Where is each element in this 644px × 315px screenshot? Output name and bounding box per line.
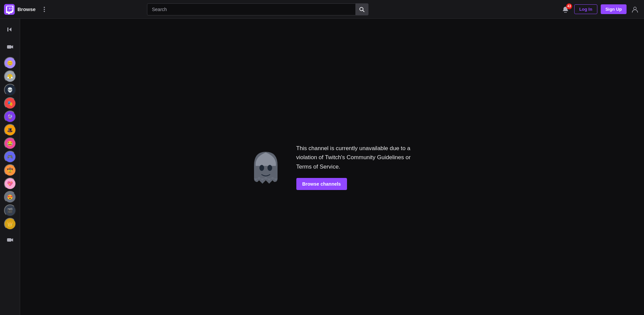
sidebar-avatar-12[interactable]: 🎬: [4, 204, 16, 216]
nav-logo[interactable]: Browse: [4, 4, 36, 15]
svg-line-7: [363, 10, 364, 12]
notifications-button[interactable]: 43: [560, 4, 571, 15]
svg-point-13: [267, 165, 272, 171]
svg-point-4: [44, 9, 45, 10]
following-rec-button[interactable]: [3, 40, 17, 54]
sidebar-avatar-5[interactable]: 🔮: [4, 111, 16, 123]
top-nav: Browse 43 Log In Sign Up: [0, 0, 644, 19]
more-dots-icon: [41, 6, 48, 13]
search-icon: [359, 7, 364, 12]
video-camera-icon: [7, 44, 13, 50]
sidebar-video-button-bottom[interactable]: [3, 233, 17, 247]
main-content: This channel is currently unavailable du…: [20, 19, 644, 315]
sidebar-collapse-button[interactable]: [3, 22, 17, 37]
sidebar-avatar-9[interactable]: 🤠: [4, 164, 16, 176]
sidebar-avatar-3[interactable]: 💀: [4, 84, 16, 96]
main-layout: 😊😤💀🎭🔮🎩😂🎮🤠💖😍🎬👑: [0, 19, 644, 315]
sidebar: 😊😤💀🎭🔮🎩😂🎮🤠💖😍🎬👑: [0, 19, 20, 315]
search-form: [147, 3, 368, 15]
sidebar-avatar-13[interactable]: 👑: [4, 218, 16, 230]
sidebar-avatar-2[interactable]: 😤: [4, 70, 16, 82]
error-text-column: This channel is currently unavailable du…: [296, 144, 417, 190]
video-icon-bottom: [7, 237, 13, 243]
twitch-logo-icon: [4, 4, 15, 15]
collapse-icon: [7, 26, 13, 33]
svg-rect-9: [7, 27, 8, 32]
svg-rect-10: [7, 45, 11, 49]
login-button[interactable]: Log In: [574, 4, 597, 14]
search-button[interactable]: [356, 3, 368, 15]
svg-point-3: [44, 7, 45, 8]
svg-point-8: [634, 7, 636, 10]
user-icon: [631, 6, 639, 13]
svg-rect-1: [11, 8, 11, 9]
sidebar-avatars-list: 😊😤💀🎭🔮🎩😂🎮🤠💖😍🎬👑: [4, 56, 16, 231]
sidebar-avatar-11[interactable]: 😍: [4, 191, 16, 203]
error-message: This channel is currently unavailable du…: [296, 144, 417, 171]
banned-ghost-icon: [247, 145, 284, 189]
notification-badge: 43: [566, 3, 572, 9]
more-menu-button[interactable]: [40, 5, 49, 14]
user-menu-button[interactable]: [630, 4, 640, 14]
browse-label[interactable]: Browse: [17, 6, 36, 12]
signup-button[interactable]: Sign Up: [601, 4, 627, 14]
browse-channels-button[interactable]: Browse channels: [296, 178, 347, 190]
sidebar-avatar-8[interactable]: 🎮: [4, 151, 16, 163]
sidebar-avatar-4[interactable]: 🎭: [4, 97, 16, 109]
nav-right: 43 Log In Sign Up: [560, 4, 640, 15]
error-container: This channel is currently unavailable du…: [247, 144, 417, 190]
svg-rect-2: [9, 8, 10, 9]
sidebar-avatar-6[interactable]: 🎩: [4, 124, 16, 136]
sidebar-avatar-7[interactable]: 😂: [4, 137, 16, 149]
svg-point-12: [259, 165, 264, 171]
search-input[interactable]: [147, 3, 356, 15]
sidebar-avatar-10[interactable]: 💖: [4, 178, 16, 190]
svg-point-5: [44, 11, 45, 12]
search-area: [147, 3, 368, 15]
sidebar-avatar-1[interactable]: 😊: [4, 57, 16, 69]
svg-rect-11: [7, 238, 11, 242]
